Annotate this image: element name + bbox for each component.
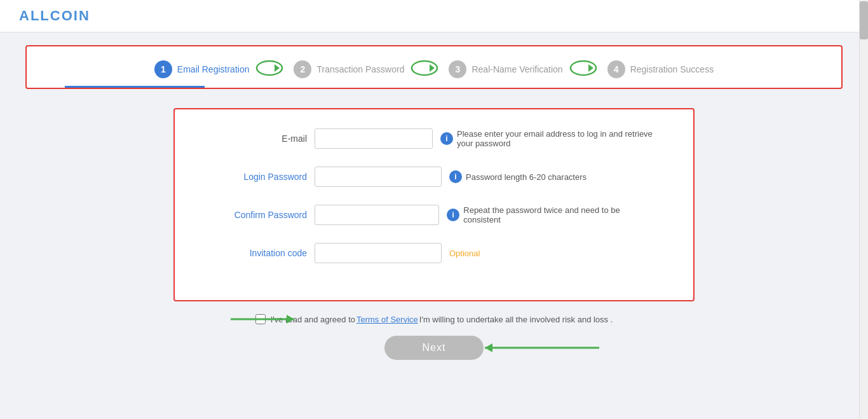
step-1: 1 Email Registration [154,60,250,78]
login-password-label: Login Password [213,172,315,182]
optional-text: Optional [449,249,480,258]
step-2: 2 Transaction Password [294,60,404,78]
arrow-3-4 [569,59,601,79]
arrow-2-3 [410,59,442,79]
arrow-1-2 [255,59,287,79]
step-3: 3 Real-Name Verification [449,60,562,78]
steps-row: 1 Email Registration 2 Transaction Passw… [46,59,822,86]
checkbox-area: I've read and agreed to Terms of Service… [25,314,843,324]
confirm-password-info-icon: i [447,209,459,221]
step-4-circle: 4 [607,60,625,78]
step-4-label: Registration Success [630,64,714,74]
email-label: E-mail [213,134,315,144]
svg-marker-7 [287,315,294,324]
step-3-label: Real-Name Verification [471,64,562,74]
svg-marker-3 [430,64,435,72]
steps-box: 1 Email Registration 2 Transaction Passw… [25,45,843,89]
step-2-circle: 2 [294,60,311,78]
logo: ALLCOIN [19,8,849,24]
step-4: 4 Registration Success [607,60,714,78]
confirm-password-hint: i Repeat the password twice and need to … [447,205,655,224]
login-password-hint-text: Password length 6-20 characters [466,172,587,182]
email-hint: i Please enter your email address to log… [440,129,655,148]
invitation-code-input[interactable] [315,243,442,263]
email-input[interactable] [315,128,433,149]
login-password-info-icon: i [449,170,462,183]
email-row: E-mail i Please enter your email address… [213,128,655,149]
step-3-circle: 3 [449,60,466,78]
login-password-input[interactable] [315,167,442,187]
login-password-row: Login Password i Password length 6-20 ch… [213,167,655,187]
next-button-row: Next [25,336,843,360]
svg-marker-1 [275,64,280,72]
email-info-icon: i [440,132,453,145]
confirm-password-row: Confirm Password i Repeat the password t… [213,205,655,225]
svg-marker-9 [485,343,492,352]
svg-marker-5 [588,64,593,72]
step-1-underline [65,86,205,88]
invitation-code-label: Invitation code [213,248,315,258]
step-1-circle: 1 [154,60,172,78]
form-box: E-mail i Please enter your email address… [173,108,695,301]
main-content: 1 Email Registration 2 Transaction Passw… [0,32,868,373]
step-2-label: Transaction Password [316,64,404,74]
arrow-to-checkbox [231,310,307,329]
email-hint-text: Please enter your email address to log i… [457,129,655,148]
login-password-hint: i Password length 6-20 characters [449,170,587,183]
scrollbar[interactable] [859,0,868,419]
invitation-code-row: Invitation code Optional [213,243,655,263]
arrow-to-next [472,338,599,357]
confirm-password-hint-text: Repeat the password twice and need to be… [463,205,655,224]
confirm-password-label: Confirm Password [213,210,315,220]
checkbox-text-after: I'm willing to undertake all the involve… [419,315,613,324]
scrollbar-thumb[interactable] [860,1,868,39]
header: ALLCOIN [0,0,868,32]
next-button[interactable]: Next [384,336,484,360]
confirm-password-input[interactable] [315,205,439,225]
terms-link[interactable]: Terms of Service [356,315,418,324]
step-1-label: Email Registration [177,64,250,74]
step-underline-row [46,86,822,88]
